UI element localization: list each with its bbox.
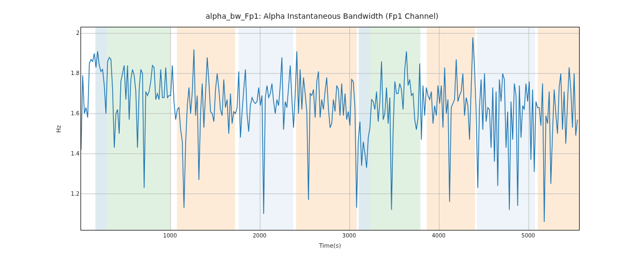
- y-tick-3: 1.8: [63, 70, 79, 76]
- plot-svg: [81, 27, 579, 230]
- svg-rect-2: [177, 27, 235, 230]
- svg-rect-4: [296, 27, 356, 230]
- x-tick-2: 3000: [342, 233, 356, 239]
- x-tick-0: 1000: [163, 233, 177, 239]
- x-axis-label: Time(s): [80, 242, 580, 249]
- svg-rect-3: [239, 27, 294, 230]
- chart-title: alpha_bw_Fp1: Alpha Instantaneous Bandwi…: [0, 12, 644, 20]
- y-axis-label: Hz: [55, 27, 62, 230]
- x-tick-1: 2000: [253, 233, 266, 239]
- y-tick-1: 1.4: [63, 150, 79, 156]
- x-tick-4: 5000: [522, 233, 535, 239]
- x-tick-3: 4000: [432, 233, 445, 239]
- y-tick-2: 1.6: [63, 110, 79, 116]
- svg-rect-1: [107, 27, 170, 230]
- figure: alpha_bw_Fp1: Alpha Instantaneous Bandwi…: [0, 0, 644, 268]
- y-tick-0: 1.2: [63, 190, 79, 196]
- y-tick-4: 2: [63, 30, 79, 36]
- plot-axes: [80, 27, 580, 230]
- svg-rect-6: [370, 27, 420, 230]
